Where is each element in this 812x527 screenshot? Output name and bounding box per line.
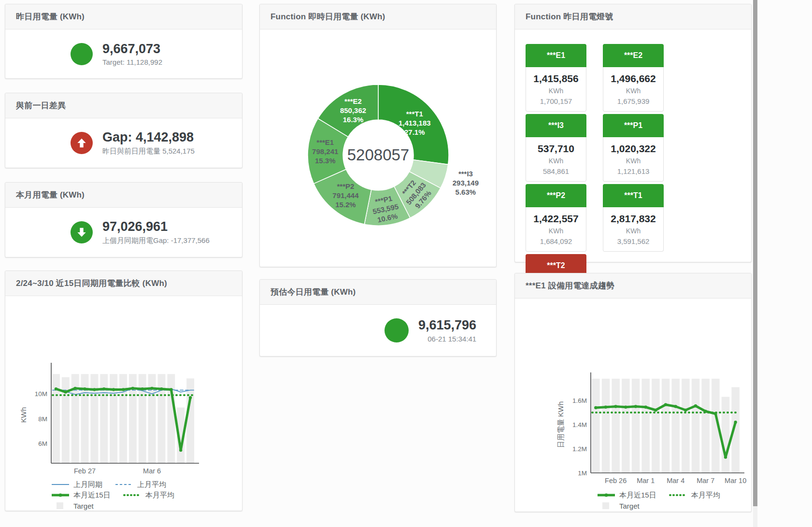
- legend-label: 本月平均: [691, 491, 720, 500]
- tile-unit: KWh: [604, 87, 662, 95]
- legend-row: Target: [597, 500, 751, 511]
- panel-header: Function 昨日用電燈號: [515, 4, 751, 29]
- legend-dashed-line-swatch: [115, 482, 133, 487]
- tile-p2: ***P21,422,557KWh1,684,092: [526, 184, 586, 252]
- panel-yesterday-usage: 昨日用電量 (KWh) 9,667,073 Target: 11,128,992: [5, 4, 242, 79]
- svg-text:791,444: 791,444: [332, 191, 359, 199]
- panel-header: 2/24~3/10 近15日同期用電量比較 (KWh): [5, 271, 242, 296]
- legend-label: 本月近15日: [73, 491, 111, 500]
- tile-i3: ***I3537,710KWh584,861: [526, 114, 586, 182]
- kpi-value: 9,667,073: [102, 42, 162, 57]
- compare-line-chart: 6M8M10MKWhFeb 27Mar 6: [8, 360, 240, 478]
- legend-label: 本月近15日: [619, 491, 656, 500]
- panel-title: 與前一日差異: [16, 100, 66, 111]
- tile-name: ***I3: [526, 114, 586, 137]
- legend-thick-line-swatch: [51, 492, 70, 498]
- legend-row: 本月近15日本月平均: [51, 490, 242, 500]
- panel-today-estimate: 預估今日用電量 (KWh) 9,615,796 06-21 15:34:41: [259, 279, 497, 356]
- arrow-up-icon: [71, 132, 93, 154]
- svg-text:Feb 27: Feb 27: [74, 467, 96, 475]
- kpi-value: 9,615,796: [418, 318, 476, 333]
- svg-text:1.2M: 1.2M: [572, 445, 586, 453]
- svg-text:15.2%: 15.2%: [335, 200, 356, 209]
- tile-value: 1,422,557: [527, 213, 585, 225]
- legend-item-上月平均[interactable]: 上月平均: [115, 480, 166, 489]
- panel-title: 2/24~3/10 近15日同期用電量比較 (KWh): [16, 278, 167, 289]
- legend-label: 上月同期: [73, 480, 102, 489]
- svg-text:1,413,183: 1,413,183: [398, 119, 430, 127]
- legend-bar-swatch: [597, 502, 615, 510]
- legend-item-Target[interactable]: Target: [51, 502, 94, 510]
- svg-text:1.4M: 1.4M: [572, 421, 586, 428]
- kpi-row: 9,615,796 06-21 15:34:41: [260, 305, 496, 356]
- tile-e1: ***E11,415,856KWh1,700,157: [526, 44, 586, 112]
- svg-text:6M: 6M: [38, 440, 47, 447]
- svg-text:日用電量 KWh: 日用電量 KWh: [556, 401, 565, 448]
- svg-text:***E1: ***E1: [316, 138, 334, 146]
- legend-row: 本月近15日本月平均: [597, 490, 751, 500]
- svg-text:Feb 26: Feb 26: [605, 477, 627, 484]
- tile-target: 584,861: [527, 167, 585, 175]
- tile-target: 1,675,939: [604, 97, 662, 105]
- tile-p1: ***P11,020,322KWh1,121,613: [603, 114, 664, 182]
- panel-day-gap: 與前一日差異 Gap: 4,142,898 昨日與前日用電量 5,524,175: [5, 93, 242, 168]
- kpi-subtitle: Target: 11,128,992: [102, 58, 162, 66]
- legend-row: 上月同期上月平均: [51, 479, 242, 490]
- kpi-subtitle: 昨日與前日用電量 5,524,175: [102, 147, 195, 156]
- tile-unit: KWh: [604, 227, 662, 235]
- trend-chart-legend: 本月近15日本月平均Target: [597, 490, 751, 511]
- svg-text:27.1%: 27.1%: [404, 128, 425, 136]
- legend-item-本月平均[interactable]: 本月平均: [123, 491, 174, 500]
- legend-item-上月同期[interactable]: 上月同期: [51, 480, 102, 489]
- panel-title: Function 昨日用電燈號: [526, 11, 613, 22]
- kpi-row: 97,026,961 上個月同期用電Gap: -17,377,566: [5, 208, 242, 257]
- tile-value: 1,415,856: [527, 73, 585, 85]
- e1-trend-line-chart: 1M1.2M1.4M1.6M日用電量 KWhFeb 26Mar 1Mar 4Ma…: [517, 370, 749, 489]
- panel-title: 昨日用電量 (KWh): [16, 11, 85, 22]
- tile-body: 2,817,832KWh3,591,562: [603, 207, 664, 252]
- svg-text:KWh: KWh: [19, 407, 28, 423]
- svg-text:1M: 1M: [578, 470, 587, 477]
- legend-thick-line-swatch: [597, 492, 615, 498]
- svg-text:1.6M: 1.6M: [572, 397, 586, 404]
- svg-text:798,241: 798,241: [312, 147, 338, 156]
- legend-line-swatch: [51, 482, 70, 487]
- tile-body: 1,422,557KWh1,684,092: [526, 207, 586, 252]
- arrow-down-icon: [71, 221, 93, 243]
- tile-unit: KWh: [527, 227, 585, 235]
- legend-item-Target[interactable]: Target: [597, 502, 640, 510]
- legend-item-本月近15日[interactable]: 本月近15日: [597, 491, 656, 500]
- kpi-row: 9,667,073 Target: 11,128,992: [5, 29, 242, 78]
- tile-value: 2,817,832: [604, 213, 662, 225]
- legend-row: Target: [51, 500, 242, 511]
- tile-t1: ***T12,817,832KWh3,591,562: [603, 184, 664, 252]
- legend-item-本月近15日[interactable]: 本月近15日: [51, 491, 111, 500]
- svg-text:15.3%: 15.3%: [314, 157, 335, 165]
- svg-text:Mar 1: Mar 1: [637, 477, 655, 484]
- tile-value: 1,496,662: [604, 73, 662, 85]
- legend-dotted-line-swatch: [669, 492, 687, 498]
- svg-text:Mar 10: Mar 10: [725, 477, 746, 484]
- compare-chart-legend: 上月同期上月平均本月近15日本月平均Target: [51, 479, 242, 511]
- panel-month-usage: 本月用電量 (KWh) 97,026,961 上個月同期用電Gap: -17,3…: [5, 182, 242, 257]
- legend-dotted-line-swatch: [123, 492, 142, 498]
- svg-text:Mar 4: Mar 4: [667, 477, 684, 484]
- svg-text:5.63%: 5.63%: [455, 188, 476, 196]
- tile-name: ***T1: [603, 184, 664, 207]
- realtime-donut-chart: ***T11,413,18327.1%***I3293,1495.63%***T…: [267, 33, 490, 264]
- svg-text:***I3: ***I3: [458, 170, 472, 178]
- panel-header: Function 即時日用電量 (KWh): [260, 4, 496, 29]
- panel-header: ***E1 設備用電達成趨勢: [515, 273, 751, 299]
- vertical-scrollbar: [753, 0, 757, 527]
- kpi-value: 97,026,961: [102, 219, 210, 234]
- panel-header: 預估今日用電量 (KWh): [260, 280, 496, 305]
- svg-text:***T1: ***T1: [406, 110, 423, 118]
- scrollbar-thumb[interactable]: [753, 0, 757, 506]
- tile-name: ***E1: [526, 44, 586, 67]
- legend-label: 上月平均: [137, 480, 166, 489]
- kpi-value: Gap: 4,142,898: [102, 130, 195, 145]
- svg-text:***E2: ***E2: [344, 97, 362, 105]
- svg-text:16.3%: 16.3%: [342, 115, 363, 124]
- legend-item-本月平均[interactable]: 本月平均: [669, 491, 720, 500]
- legend-label: 本月平均: [145, 491, 174, 500]
